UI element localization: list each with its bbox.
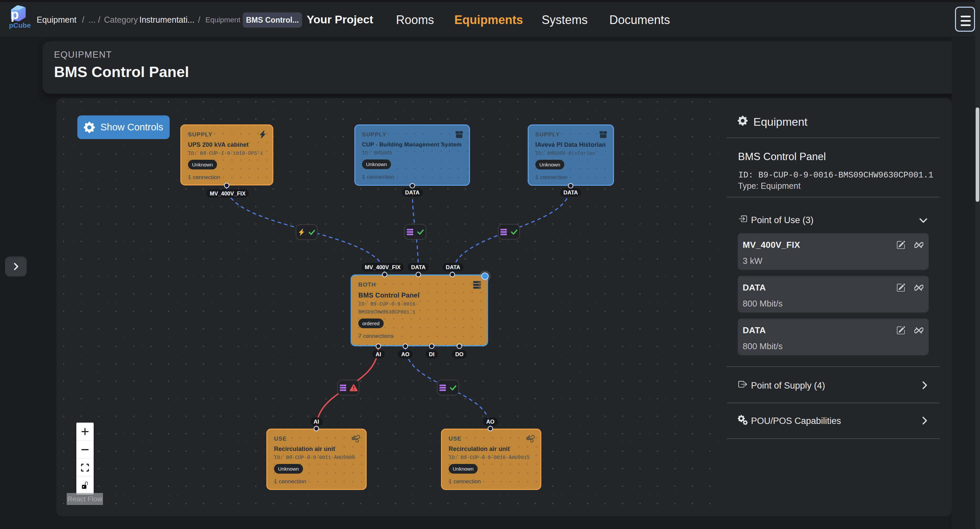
svg-text:p: p (11, 7, 19, 22)
